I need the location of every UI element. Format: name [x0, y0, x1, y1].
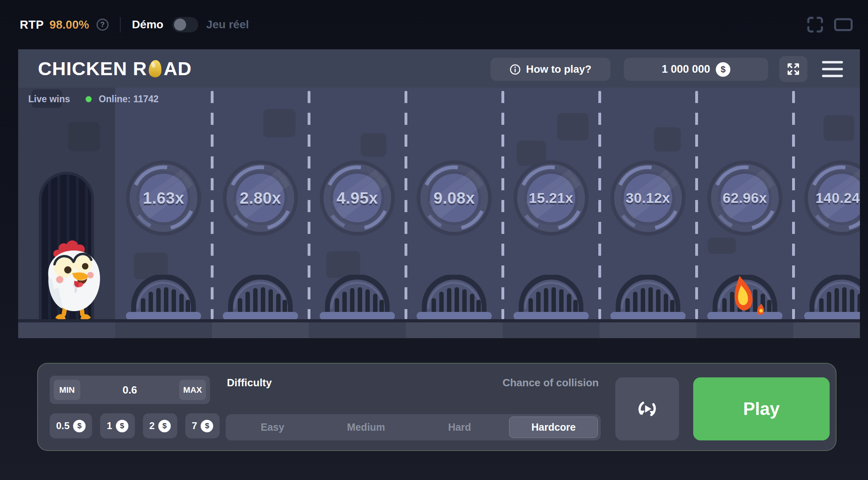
curb [18, 322, 860, 338]
lane-divider [308, 91, 310, 319]
min-bet-button[interactable]: MIN [54, 380, 80, 400]
real-play-label: Jeu réel [206, 18, 249, 31]
chicken-road-logo: CHICKEN R AD [38, 49, 192, 88]
demo-label: Démo [132, 18, 164, 31]
autoplay-cycle-button[interactable] [615, 377, 679, 440]
lane-divider [792, 91, 795, 319]
chip-value: 2 [149, 420, 155, 432]
fullscreen-expand-button[interactable] [779, 56, 807, 82]
chip-value: 0.5 [56, 420, 69, 432]
dollar-coin-icon: $ [73, 420, 86, 432]
top-bar: RTP 98.00% ? Démo Jeu réel [0, 0, 868, 49]
bet-chip-7[interactable]: 7$ [185, 413, 220, 438]
road-edge [18, 319, 860, 322]
bet-chips-row: 0.5$1$2$7$ [50, 413, 220, 438]
grate-base [804, 312, 860, 320]
lane-divider [211, 91, 214, 319]
road-patch [824, 115, 854, 141]
multiplier-hole[interactable]: 2.80x [222, 160, 299, 236]
road-patch [557, 113, 589, 141]
multiplier-hole[interactable]: 140.24x [803, 160, 860, 236]
multiplier-value: 30.12x [610, 160, 686, 236]
chip-value: 1 [107, 420, 112, 432]
bet-amount-box: MIN 0.6 MAX [50, 376, 210, 404]
dollar-coin-icon: $ [716, 62, 730, 77]
multiplier-hole[interactable]: 62.96x [707, 160, 783, 236]
game-window: 1.63x 2.80x [18, 49, 860, 338]
road-patch [326, 251, 360, 278]
rtp-value: 98.00% [50, 18, 89, 32]
max-bet-button[interactable]: MAX [179, 380, 206, 400]
balance-value: 1 000 000 [662, 63, 710, 76]
curb-block [503, 322, 600, 338]
road-patch [708, 238, 736, 254]
multiplier-hole[interactable]: 1.63x [125, 160, 202, 236]
bet-amount-value[interactable]: 0.6 [122, 384, 137, 396]
how-to-play-button[interactable]: How to play? [491, 58, 610, 81]
online-count: Online: 11742 [99, 94, 159, 105]
bet-chip-0.5[interactable]: 0.5$ [50, 413, 92, 438]
multiplier-hole[interactable]: 4.95x [319, 160, 396, 236]
difficulty-option-easy[interactable]: Easy [229, 417, 317, 438]
rtp-help-icon[interactable]: ? [96, 19, 109, 31]
topbar-icons [807, 0, 853, 49]
multiplier-hole[interactable]: 15.21x [513, 160, 589, 236]
rtp-row: RTP 98.00% ? Démo Jeu réel [20, 0, 249, 49]
multiplier-value: 9.08x [416, 160, 493, 236]
curb-block [212, 322, 309, 338]
grate-base [610, 312, 686, 320]
chip-value: 7 [192, 420, 197, 432]
curb-block [600, 322, 696, 338]
online-dot [86, 96, 92, 102]
difficulty-option-medium[interactable]: Medium [322, 417, 410, 438]
bet-chip-1[interactable]: 1$ [100, 413, 134, 438]
multiplier-value: 1.63x [125, 160, 202, 236]
expand-arrows-icon [786, 62, 800, 76]
difficulty-label: Difficulty [227, 377, 272, 389]
curb-block [18, 322, 115, 338]
menu-hamburger-icon[interactable] [822, 61, 843, 77]
grate-base [514, 312, 589, 320]
road-patch [654, 127, 681, 152]
curb-block [696, 322, 793, 338]
dollar-coin-icon: $ [158, 420, 171, 432]
dollar-coin-icon: $ [116, 420, 128, 432]
multiplier-value: 62.96x [707, 160, 783, 236]
lane-divider [405, 91, 407, 319]
grate-base [320, 312, 395, 320]
play-button[interactable]: Play [693, 377, 830, 440]
multiplier-value: 2.80x [222, 160, 299, 236]
live-wins-label: Live wins [28, 94, 70, 105]
road-patch [361, 133, 386, 157]
lane-divider [695, 91, 698, 319]
fullscreen-brackets-icon[interactable] [807, 16, 824, 33]
rtp-label: RTP [20, 18, 44, 32]
egg-icon [147, 58, 163, 78]
curb-block [406, 322, 503, 338]
demo-real-toggle[interactable] [172, 17, 198, 32]
grate-base [223, 312, 298, 320]
theatre-mode-icon[interactable] [834, 18, 853, 31]
multiplier-hole[interactable]: 30.12x [610, 160, 686, 236]
live-status-row: Live wins Online: 11742 [28, 90, 159, 108]
difficulty-option-hard[interactable]: Hard [416, 417, 504, 438]
balance-display[interactable]: 1 000 000 $ [624, 58, 768, 81]
multiplier-value: 15.21x [513, 160, 589, 236]
curb-block [115, 322, 212, 338]
difficulty-option-hardcore[interactable]: Hardcore [509, 417, 598, 438]
curb-block [309, 322, 406, 338]
chicken-character [38, 239, 109, 322]
multiplier-hole[interactable]: 9.08x [416, 160, 493, 236]
dollar-coin-icon: $ [201, 420, 213, 432]
multiplier-value: 4.95x [319, 160, 396, 236]
cycle-arrows-icon [634, 396, 660, 422]
lane-divider [501, 91, 504, 319]
logo-text-left: CHICKEN R [38, 57, 147, 80]
road-patch [68, 122, 100, 151]
grate-base [417, 312, 492, 320]
road-patch [263, 109, 296, 137]
grate-base [126, 312, 201, 320]
multiplier-value: 140.24x [803, 160, 860, 236]
info-icon [509, 64, 521, 75]
bet-chip-2[interactable]: 2$ [143, 413, 177, 438]
